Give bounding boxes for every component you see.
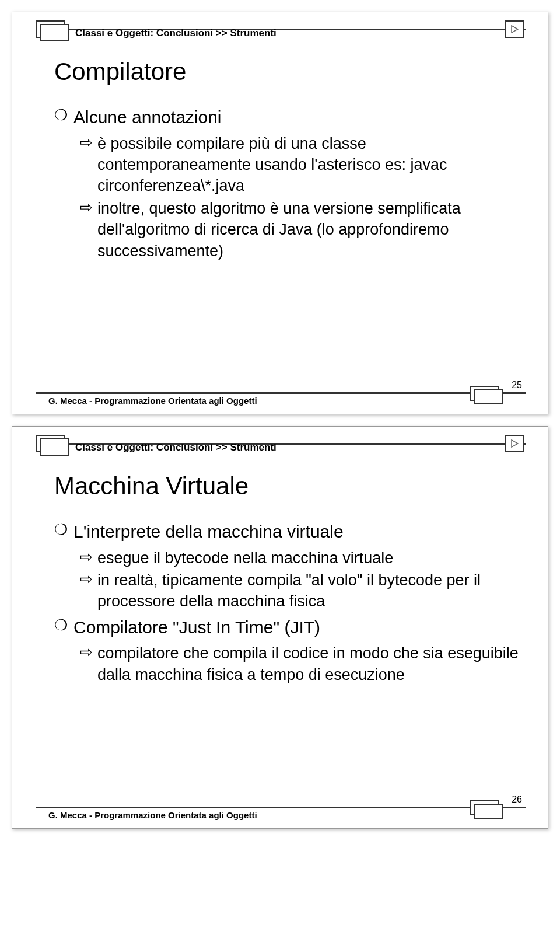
bullet-text: Alcune annotazioni [74,106,222,130]
play-icon [505,435,524,452]
footer-rule [36,392,526,394]
bullet-level2: ⇨ è possibile compilare più di una class… [80,133,521,197]
bullet-level1: ❍ L'interprete della macchina virtuale [54,520,521,544]
page-number: 25 [512,380,522,390]
footer-rule [36,807,526,808]
bullet-text: esegue il bytecode nella macchina virtua… [97,547,393,568]
slide-content: ❍ Alcune annotazioni ⇨ è possibile compi… [54,106,521,263]
footer-decor-box [474,804,503,819]
page-number: 26 [512,794,522,805]
bullet-text: L'interprete della macchina virtuale [74,520,344,544]
play-icon [505,20,524,38]
circle-bullet-icon: ❍ [54,520,68,540]
header-decor-box [40,438,69,456]
footer-text: G. Mecca - Programmazione Orientata agli… [48,396,257,406]
slide-title: Compilatore [54,58,186,86]
bullet-level2: ⇨ compilatore che compila il codice in m… [80,643,521,685]
circle-bullet-icon: ❍ [54,106,68,125]
bullet-level2: ⇨ in realtà, tipicamente compila "al vol… [80,570,521,612]
bullet-level1: ❍ Alcune annotazioni [54,106,521,130]
bullet-level2: ⇨ inoltre, questo algoritmo è una versio… [80,198,521,261]
bullet-text: compilatore che compila il codice in mod… [97,643,521,685]
header-decor-box [40,24,69,41]
slide-content: ❍ L'interprete della macchina virtuale ⇨… [54,520,521,686]
bullet-level1: ❍ Compilatore "Just In Time" (JIT) [54,616,521,640]
footer-text: G. Mecca - Programmazione Orientata agli… [48,810,257,820]
bullet-level2: ⇨ esegue il bytecode nella macchina virt… [80,547,521,568]
footer-decor-box [474,389,503,404]
svg-marker-0 [512,26,518,33]
arrow-bullet-icon: ⇨ [80,547,93,567]
bullet-text: è possibile compilare più di una classe … [97,133,521,197]
arrow-bullet-icon: ⇨ [80,198,93,218]
arrow-bullet-icon: ⇨ [80,133,93,153]
slide: Classi e Oggetti: Conclusioni >> Strumen… [12,426,548,829]
svg-marker-1 [512,440,518,447]
breadcrumb: Classi e Oggetti: Conclusioni >> Strumen… [75,442,276,453]
circle-bullet-icon: ❍ [54,616,68,636]
bullet-text: inoltre, questo algoritmo è una versione… [97,198,521,261]
bullet-text: in realtà, tipicamente compila "al volo"… [97,570,521,612]
breadcrumb: Classi e Oggetti: Conclusioni >> Strumen… [75,27,276,39]
arrow-bullet-icon: ⇨ [80,570,93,589]
slide: Classi e Oggetti: Conclusioni >> Strumen… [12,12,548,414]
arrow-bullet-icon: ⇨ [80,643,93,662]
slide-title: Macchina Virtuale [54,472,249,500]
bullet-text: Compilatore "Just In Time" (JIT) [74,616,320,640]
